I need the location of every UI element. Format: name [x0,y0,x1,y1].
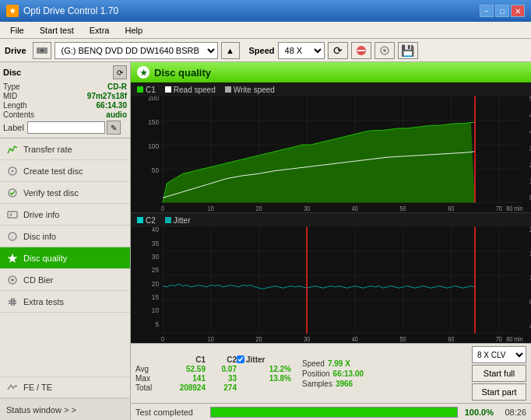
charts-container: C1 Read speed Write speed [131,82,531,343]
disc-quality-header: ★ Disc quality [131,62,531,82]
progress-time: 08:26 [498,408,526,417]
svg-text:30: 30 [152,252,159,261]
svg-rect-20 [13,298,15,306]
svg-text:35: 35 [152,239,159,247]
svg-marker-14 [8,254,18,263]
stats-max-c2: 33 [206,374,237,383]
erase-button[interactable] [351,42,371,59]
sidebar-item-fe-te[interactable]: FE / TE [0,376,130,398]
svg-text:70: 70 [496,335,503,343]
maximize-button[interactable]: □ [495,5,509,17]
menu-extra[interactable]: Extra [83,23,117,37]
c2-legend-label: C2 [146,216,156,225]
chart2-svg: 40 35 30 25 20 15 10 5 0 10 20 30 40 50 … [131,227,531,343]
sidebar-item-verify-test-disc-label: Verify test disc [23,188,79,198]
write-speed-legend-dot [225,86,231,93]
start-full-button[interactable]: Start full [472,365,526,382]
svg-text:60: 60 [448,205,455,212]
svg-text:i: i [12,234,13,240]
drive-eject-button[interactable]: ▲ [221,42,240,59]
svg-text:200: 200 [148,96,159,102]
close-button[interactable]: ✕ [511,5,525,17]
extra-tests-icon [6,296,19,308]
save-button[interactable]: 💾 [398,42,418,59]
sidebar-item-disc-quality[interactable]: Disc quality [0,247,130,269]
stats-avg-c1: 52.59 [167,365,206,373]
sidebar-item-verify-test-disc[interactable]: Verify test disc [0,182,130,204]
stats-header-c1: C1 [167,355,206,364]
disc-refresh-button[interactable]: ⟳ [113,65,127,79]
stats-max-jitter: 13.8% [237,374,291,383]
sidebar-item-disc-info-label: Disc info [23,232,56,241]
sidebar-item-disc-info[interactable]: i Disc info [0,226,130,247]
svg-point-2 [41,50,43,51]
svg-text:50: 50 [400,335,407,343]
menu-file[interactable]: File [3,23,31,37]
stats-header-c2: C2 [206,355,237,364]
fe-te-label: FE / TE [23,383,52,392]
svg-rect-4 [357,50,365,51]
label-input[interactable] [27,121,105,134]
svg-text:20: 20 [152,279,159,288]
svg-text:100: 100 [148,142,159,150]
stats-header-jitter: Jitter [246,355,265,364]
progress-percentage: 100.0% [462,408,494,417]
stats-total-label: Total [135,383,167,392]
c1-legend-label: C1 [146,86,156,94]
disc-quality-header-icon: ★ [137,66,149,79]
speed-label: Speed [249,46,275,55]
jitter-legend-label: Jitter [174,216,191,225]
app-icon: ★ [6,5,19,17]
position-value: 66:13.00 [333,369,364,378]
svg-text:70: 70 [496,205,503,212]
status-window-label: Status window > > [6,405,76,415]
sidebar-item-drive-info-label: Drive info [23,210,59,219]
title-bar: ★ Opti Drive Control 1.70 − □ ✕ [0,0,531,22]
refresh-button[interactable]: ⟳ [328,42,348,59]
sidebar-item-cd-bier[interactable]: CD Bier [0,269,130,291]
c1-legend-dot [137,86,143,93]
sidebar-item-drive-info[interactable]: Drive info [0,204,130,226]
speed-clv-select[interactable]: 8 X CLV [472,346,526,363]
menu-help[interactable]: Help [118,23,149,37]
drive-select[interactable]: (G:) BENQ DVD DD DW1640 BSRB [55,42,218,59]
main-layout: Disc ⟳ Type CD-R MID 97m27s18f Length 66… [0,62,531,420]
sidebar-item-extra-tests-label: Extra tests [23,297,64,306]
content-area: ★ Disc quality C1 Read speed Write speed [131,62,531,420]
stats-max-label: Max [135,374,167,383]
settings-button[interactable] [375,42,395,59]
minimize-button[interactable]: − [480,5,494,17]
svg-point-11 [10,213,12,215]
drive-bar: Drive (G:) BENQ DVD DD DW1640 BSRB ▲ Spe… [0,39,531,62]
stats-total-c2: 274 [206,383,237,392]
svg-text:30: 30 [304,205,311,212]
type-label: Type [3,82,20,91]
svg-text:80 min: 80 min [506,335,523,343]
sidebar-item-create-test-disc[interactable]: Create test disc [0,160,130,182]
svg-text:150: 150 [148,117,159,126]
disc-quality-icon [6,252,19,264]
svg-text:50: 50 [152,166,159,174]
type-value: CD-R [107,82,127,91]
progress-bar-fill [211,408,457,417]
contents-value: audio [106,110,127,119]
samples-value: 3966 [336,380,353,388]
start-part-button[interactable]: Start part [472,383,526,401]
transfer-rate-icon [6,143,19,156]
svg-point-6 [383,49,386,52]
chart2-container: 40 35 30 25 20 15 10 5 0 10 20 30 40 50 … [131,227,531,343]
stats-table: C1 C2 Jitter Avg 52.59 0.07 12.2% Max [135,355,291,392]
svg-text:80 min: 80 min [506,205,523,212]
length-label: Length [3,101,27,110]
label-button[interactable]: ✎ [107,121,121,135]
contents-label: Contents [3,110,34,119]
write-speed-legend-label: Write speed [234,86,275,94]
status-window-button[interactable]: Status window > > [0,398,130,420]
create-test-disc-icon [6,165,19,177]
sidebar-item-transfer-rate[interactable]: Transfer rate [0,138,130,160]
menu-start-test[interactable]: Start test [33,23,81,37]
speed-select[interactable]: 48 X [278,42,325,59]
read-speed-legend-dot [165,86,171,93]
jitter-checkbox[interactable] [237,355,244,363]
sidebar-item-extra-tests[interactable]: Extra tests [0,291,130,313]
